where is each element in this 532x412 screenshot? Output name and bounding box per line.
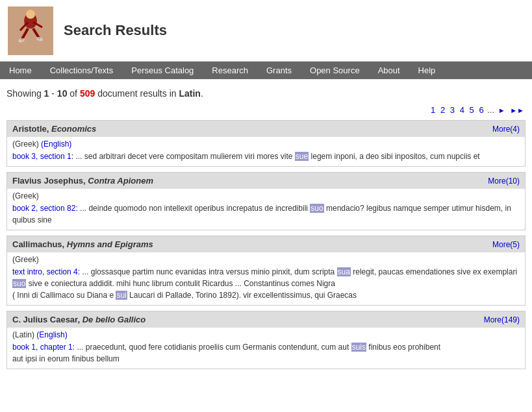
result-3-more[interactable]: More(5)	[492, 240, 520, 249]
result-1-book: Economics	[51, 124, 96, 134]
result-3-book: Hymns and Epigrams	[67, 239, 153, 249]
site-logo	[8, 6, 53, 55]
result-3-lang: (Greek)	[12, 255, 520, 264]
result-4-snippet: book 1, chapter 1: ... praecedunt, quod …	[12, 341, 520, 365]
result-3-lang-greek: (Greek)	[12, 255, 39, 264]
search-results-content: Showing 1 - 10 of 509 document results i…	[0, 79, 532, 383]
nav-opensource[interactable]: Open Source	[301, 62, 369, 79]
result-1-text2: legem inponi, a deo sibi inpositos, cum …	[309, 152, 479, 161]
result-1-lang-english[interactable]: (English)	[41, 139, 71, 149]
nav-about[interactable]: About	[369, 62, 409, 79]
result-1-text1: ... sed arbitrari decet vere compositam …	[73, 152, 295, 161]
result-2: Flavius Josephus, Contra Apionem More(10…	[6, 172, 526, 230]
page-6[interactable]: 6	[479, 105, 483, 115]
nav-help[interactable]: Help	[409, 62, 445, 79]
result-1-snippet: book 3, section 1: ... sed arbitrari dec…	[12, 151, 520, 162]
nav-collections[interactable]: Collections/Texts	[41, 62, 123, 79]
result-4: C. Julius Caesar, De bello Gallico More(…	[6, 311, 526, 369]
result-4-lang-english[interactable]: (English)	[36, 330, 67, 339]
result-2-body: (Greek) book 2, section 82: ... deinde q…	[7, 189, 525, 230]
main-nav: Home Collections/Texts Perseus Catalog R…	[0, 62, 532, 79]
result-1-author: Aristotle,	[12, 124, 51, 134]
result-3-snippet: text intro, section 4: ... glossasque pa…	[12, 266, 520, 301]
result-3-author: Callimachus,	[12, 239, 67, 249]
summary-period: .	[201, 88, 203, 99]
result-1-lang: (Greek) (English)	[12, 139, 520, 149]
result-2-highlight: suo	[310, 204, 323, 213]
summary-prefix: Showing	[6, 88, 44, 99]
result-4-lang: (Latin) (English)	[12, 330, 520, 339]
summary-of: of	[67, 88, 79, 99]
page-header: Search Results	[0, 0, 532, 62]
result-2-title: Flavius Josephus, Contra Apionem	[12, 176, 153, 186]
result-2-lang: (Greek)	[12, 191, 520, 200]
result-4-author: C. Julius Caesar,	[12, 315, 82, 324]
page-2[interactable]: 2	[440, 105, 445, 115]
result-1-title: Aristotle, Economics	[12, 124, 96, 134]
result-3-text1: ... glossasque partim nunc evanidas intr…	[80, 267, 337, 276]
page-title: Search Results	[64, 22, 167, 39]
pagination-ellipsis: ...	[487, 105, 496, 115]
result-3-body: (Greek) text intro, section 4: ... gloss…	[7, 252, 525, 305]
result-1-ref[interactable]: book 3, section 1:	[12, 152, 73, 161]
result-4-body: (Latin) (English) book 1, chapter 1: ...…	[7, 328, 525, 369]
result-4-more[interactable]: More(149)	[484, 315, 520, 324]
nav-home[interactable]: Home	[0, 62, 41, 79]
result-3-text2: relegit, paucas emendationes sive ex exe…	[351, 267, 517, 276]
result-3: Callimachus, Hymns and Epigrams More(5) …	[6, 236, 526, 306]
result-2-text1: ... deinde quomodo non intellexit operib…	[78, 204, 310, 213]
result-1-highlight: sue	[295, 152, 309, 161]
svg-point-2	[26, 10, 35, 19]
result-2-lang-greek: (Greek)	[12, 191, 39, 200]
summary-doc: document results in	[95, 88, 179, 99]
result-2-author: Flavius Josephus,	[12, 176, 88, 186]
result-1-header: Aristotle, Economics More(4)	[7, 121, 525, 137]
result-1-lang-greek: (Greek)	[12, 139, 41, 149]
result-4-highlight: suis	[351, 343, 366, 352]
summary-sep: -	[49, 88, 57, 99]
result-2-book: Contra Apionem	[88, 176, 153, 186]
results-summary: Showing 1 - 10 of 509 document results i…	[6, 88, 526, 99]
page-4[interactable]: 4	[460, 105, 464, 115]
result-3-highlight1: sua	[337, 267, 351, 276]
next-page[interactable]: ►	[498, 106, 505, 114]
result-3-ref[interactable]: text intro, section 4:	[12, 267, 80, 276]
result-1-body: (Greek) (English) book 3, section 1: ...…	[7, 137, 525, 166]
result-4-lang-latin: (Latin)	[12, 330, 36, 339]
nav-catalog[interactable]: Perseus Catalog	[122, 62, 203, 79]
result-1: Aristotle, Economics More(4) (Greek) (En…	[6, 120, 526, 167]
result-3-title: Callimachus, Hymns and Epigrams	[12, 239, 153, 249]
summary-range-end: 10	[57, 88, 68, 99]
result-2-snippet: book 2, section 82: ... deinde quomodo n…	[12, 202, 520, 226]
result-3-highlight2: suo	[12, 279, 26, 288]
result-3-highlight3: sui	[116, 291, 127, 300]
result-2-ref[interactable]: book 2, section 82:	[12, 204, 78, 213]
page-5[interactable]: 5	[470, 105, 474, 115]
result-2-header: Flavius Josephus, Contra Apionem More(10…	[7, 173, 525, 189]
result-4-title: C. Julius Caesar, De bello Gallico	[12, 315, 146, 324]
result-4-text1: ... praecedunt, quod fere cotidianis pro…	[75, 343, 351, 352]
summary-lang: Latin	[179, 88, 200, 99]
result-4-ref[interactable]: book 1, chapter 1:	[12, 343, 75, 352]
pagination: 1 2 3 4 5 6 ... ► ►►	[6, 105, 526, 115]
result-4-book: De bello Gallico	[82, 315, 146, 324]
result-3-header: Callimachus, Hymns and Epigrams More(5)	[7, 236, 525, 252]
page-3[interactable]: 3	[450, 105, 455, 115]
result-2-more[interactable]: More(10)	[488, 176, 520, 186]
nav-research[interactable]: Research	[203, 62, 257, 79]
nav-grants[interactable]: Grants	[257, 62, 301, 79]
result-3-text4: Laucari di Pallade, Torino 1892). vir ex…	[127, 291, 357, 300]
result-4-header: C. Julius Caesar, De bello Gallico More(…	[7, 311, 525, 328]
result-1-more[interactable]: More(4)	[492, 125, 520, 134]
last-page[interactable]: ►►	[510, 106, 524, 114]
page-1[interactable]: 1	[431, 105, 435, 115]
summary-total: 509	[80, 88, 95, 99]
